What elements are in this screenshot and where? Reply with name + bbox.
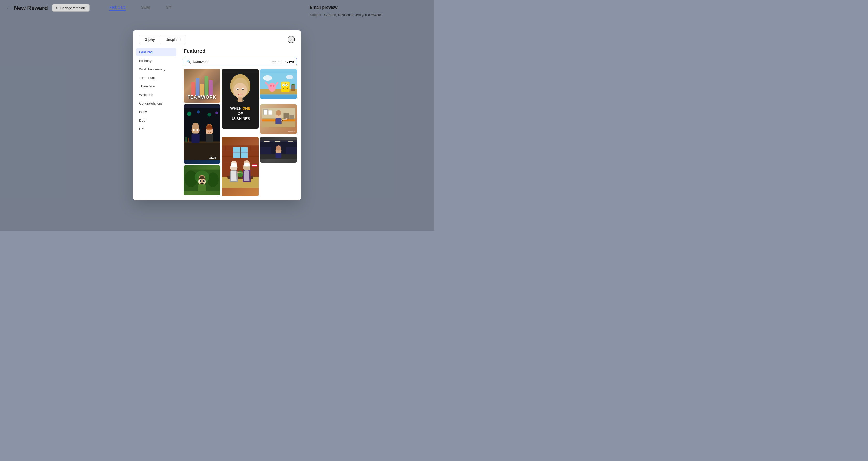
svg-rect-83 [244, 165, 250, 166]
modal-close-button[interactable]: × [288, 36, 295, 43]
search-input[interactable] [193, 60, 269, 64]
svg-rect-76 [252, 165, 257, 166]
category-sidebar: Featured Birthdays Work Anniversary Team… [133, 48, 180, 196]
sidebar-item-birthdays[interactable]: Birthdays [136, 57, 176, 65]
svg-point-26 [286, 85, 287, 87]
svg-rect-50 [269, 111, 272, 115]
modal-overlay: Giphy Unsplash × Featured Birthdays Work… [0, 0, 434, 230]
svg-rect-44 [206, 134, 213, 142]
svg-rect-77 [252, 166, 257, 167]
gif-content-area: Featured 🔍 POWERED BY GIPHY [180, 48, 301, 196]
gif-spongebob[interactable] [260, 69, 297, 99]
gif-grid: TEAMWORK [184, 69, 297, 196]
powered-by-label: POWERED BY [271, 61, 286, 63]
svg-point-6 [237, 89, 239, 90]
svg-point-17 [273, 85, 274, 87]
sidebar-item-baby[interactable]: Baby [136, 108, 176, 116]
svg-rect-33 [184, 142, 220, 143]
svg-point-10 [263, 75, 272, 81]
when-one-text: WHEN ONE OFUS SHINES [229, 106, 251, 121]
gif-teamwork[interactable]: TEAMWORK [184, 69, 220, 103]
svg-point-106 [200, 183, 203, 185]
sidebar-item-cat[interactable]: Cat [136, 125, 176, 133]
sidebar-item-welcome[interactable]: Welcome [136, 91, 176, 99]
svg-point-11 [286, 75, 293, 80]
search-bar: 🔍 POWERED BY GIPHY [184, 58, 297, 65]
svg-rect-91 [260, 147, 271, 154]
svg-point-30 [197, 111, 200, 113]
modal-header: Giphy Unsplash × [133, 30, 301, 44]
sidebar-item-congratulations[interactable]: Congratulations [136, 99, 176, 107]
gif-colonial-women[interactable] [222, 137, 259, 196]
svg-point-41 [196, 129, 198, 131]
giphy-modal: Giphy Unsplash × Featured Birthdays Work… [133, 30, 301, 201]
bar-scene-tag: #Laff [208, 153, 218, 162]
svg-point-32 [215, 112, 218, 114]
giphy-logo: GIPHY [286, 60, 294, 63]
gif-when-one-of-us[interactable]: WHEN ONE OFUS SHINES [222, 69, 259, 129]
giphy-powered-badge: POWERED BY GIPHY [271, 60, 294, 63]
sidebar-item-thank-you[interactable]: Thank You [136, 82, 176, 90]
svg-rect-39 [192, 134, 200, 143]
svg-point-16 [270, 85, 272, 87]
sidebar-item-dog[interactable]: Dog [136, 116, 176, 124]
gif-office-halloween[interactable]: 🎃 HALLOWEEN peacock [260, 104, 297, 134]
svg-rect-75 [252, 164, 257, 165]
svg-point-71 [238, 171, 243, 177]
sidebar-item-work-anniversary[interactable]: Work Anniversary [136, 65, 176, 73]
modal-tab-group: Giphy Unsplash [139, 35, 186, 44]
svg-point-31 [208, 113, 211, 117]
svg-point-3 [233, 83, 247, 98]
svg-rect-88 [275, 141, 280, 142]
svg-line-84 [238, 173, 243, 173]
gif-cartoon-green[interactable] [184, 165, 220, 195]
svg-rect-55 [275, 119, 281, 124]
search-icon: 🔍 [186, 60, 191, 64]
svg-rect-12 [260, 89, 297, 94]
svg-rect-36 [188, 137, 189, 142]
svg-point-94 [276, 145, 281, 151]
svg-point-29 [187, 112, 191, 116]
svg-point-38 [192, 123, 199, 130]
svg-point-25 [283, 85, 284, 87]
svg-point-54 [276, 110, 281, 116]
teamwork-text: TEAMWORK [187, 95, 216, 100]
svg-rect-35 [185, 137, 187, 142]
svg-point-13 [269, 83, 276, 92]
svg-rect-27 [291, 85, 295, 91]
svg-point-105 [203, 180, 205, 182]
svg-rect-95 [276, 153, 282, 158]
tab-unsplash[interactable]: Unsplash [160, 35, 186, 44]
svg-rect-92 [286, 147, 297, 154]
gif-store-lobby[interactable] [260, 137, 297, 163]
sidebar-item-team-lunch[interactable]: Team Lunch [136, 74, 176, 82]
sidebar-item-featured[interactable]: Featured [136, 48, 176, 56]
svg-point-98 [208, 173, 219, 187]
tab-giphy[interactable]: Giphy [139, 35, 160, 44]
svg-point-104 [200, 180, 201, 182]
svg-rect-49 [264, 110, 268, 115]
office-tag: peacock [288, 131, 296, 133]
svg-point-7 [242, 89, 244, 90]
svg-rect-89 [288, 141, 293, 142]
svg-point-40 [193, 129, 195, 131]
svg-rect-87 [264, 141, 269, 142]
modal-body: Featured Birthdays Work Anniversary Team… [133, 44, 301, 201]
section-title: Featured [184, 48, 297, 54]
gif-bar-scene[interactable]: #Laff [184, 104, 220, 164]
svg-point-21 [285, 83, 286, 84]
svg-rect-80 [231, 165, 237, 167]
